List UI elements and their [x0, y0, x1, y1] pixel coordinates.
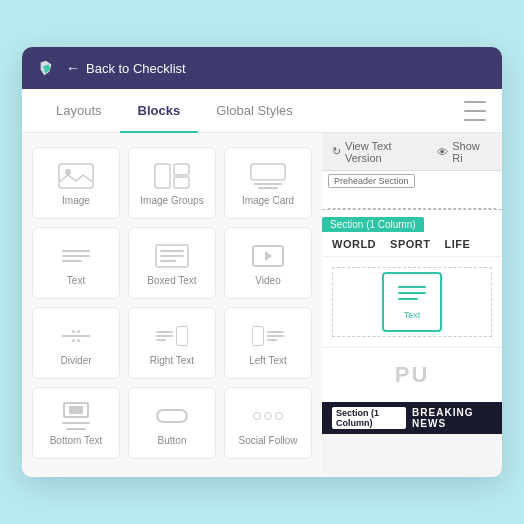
- block-text[interactable]: Text: [32, 227, 120, 299]
- preview-content: Preheader Section Section (1 Column) WOR…: [322, 171, 502, 477]
- block-boxed-text[interactable]: Boxed Text: [128, 227, 216, 299]
- email-nav-strip: WORLD SPORT LIFE: [322, 232, 502, 257]
- pub-text: PU: [395, 362, 430, 387]
- svg-rect-11: [160, 260, 176, 262]
- selected-text-block[interactable]: Text: [382, 272, 442, 332]
- block-social-follow-label: Social Follow: [239, 435, 298, 447]
- block-image-card-label: Image Card: [242, 195, 294, 207]
- block-boxed-text-label: Boxed Text: [147, 275, 196, 287]
- svg-rect-6: [254, 183, 282, 185]
- main-content: Image Image Groups: [22, 133, 502, 477]
- back-to-checklist-button[interactable]: ← Back to Checklist: [66, 60, 186, 76]
- svg-rect-10: [160, 255, 184, 257]
- svg-rect-9: [160, 250, 184, 252]
- app-window: ← Back to Checklist Layouts Blocks Globa…: [22, 47, 502, 477]
- block-button-label: Button: [158, 435, 187, 447]
- back-arrow-icon: ←: [66, 60, 80, 76]
- header: ← Back to Checklist: [22, 47, 502, 89]
- bottom-text-icon: [57, 402, 95, 430]
- breaking-news-label: BREAKING NEWS: [412, 407, 492, 429]
- block-video-label: Video: [255, 275, 280, 287]
- nav-life: LIFE: [444, 238, 470, 250]
- show-label: Show Ri: [452, 140, 492, 164]
- tab-global-styles[interactable]: Global Styles: [198, 89, 311, 133]
- block-left-text[interactable]: Left Text: [224, 307, 312, 379]
- tabs-bar: Layouts Blocks Global Styles: [22, 89, 502, 133]
- nav-world: WORLD: [332, 238, 376, 250]
- publication-section: PU: [322, 347, 502, 402]
- image-icon: [57, 162, 95, 190]
- image-groups-icon: [153, 162, 191, 190]
- block-divider[interactable]: Divider: [32, 307, 120, 379]
- menu-icon[interactable]: [464, 101, 486, 121]
- preheader-section: Preheader Section: [322, 171, 502, 210]
- breaking-news-bar: Section (1 Column) BREAKING NEWS: [322, 402, 502, 434]
- block-image[interactable]: Image: [32, 147, 120, 219]
- block-image-groups[interactable]: Image Groups: [128, 147, 216, 219]
- block-right-text-label: Right Text: [150, 355, 194, 367]
- email-content-area: Text: [322, 257, 502, 347]
- block-bottom-text[interactable]: Bottom Text: [32, 387, 120, 459]
- video-icon: [249, 242, 287, 270]
- section1-header: Section (1 Column): [322, 210, 502, 232]
- svg-rect-12: [398, 286, 426, 288]
- svg-rect-14: [398, 298, 418, 300]
- view-text-label: View Text Version: [345, 140, 429, 164]
- boxed-text-icon: [153, 242, 191, 270]
- tab-blocks[interactable]: Blocks: [120, 89, 199, 133]
- block-divider-label: Divider: [60, 355, 91, 367]
- breaking-section-label: Section (1 Column): [332, 407, 406, 429]
- selected-block-label: Text: [404, 310, 421, 320]
- social-follow-icon: [249, 402, 287, 430]
- block-social-follow[interactable]: Social Follow: [224, 387, 312, 459]
- section1-label: Section (1 Column): [322, 217, 424, 232]
- block-left-text-label: Left Text: [249, 355, 287, 367]
- app-logo: [36, 58, 56, 78]
- nav-sport: SPORT: [390, 238, 430, 250]
- svg-rect-7: [258, 187, 278, 189]
- svg-rect-3: [174, 164, 189, 175]
- block-video[interactable]: Video: [224, 227, 312, 299]
- show-button[interactable]: 👁 Show Ri: [437, 140, 492, 164]
- blocks-panel: Image Image Groups: [22, 133, 322, 477]
- preview-topbar: ↻ View Text Version 👁 Show Ri: [322, 133, 502, 171]
- image-card-icon: [249, 162, 287, 190]
- text-lines-icon: [57, 242, 95, 270]
- tab-layouts[interactable]: Layouts: [38, 89, 120, 133]
- block-text-label: Text: [67, 275, 85, 287]
- block-image-label: Image: [62, 195, 90, 207]
- svg-rect-0: [59, 164, 93, 188]
- blocks-grid: Image Image Groups: [32, 147, 312, 459]
- svg-rect-13: [398, 292, 426, 294]
- right-text-icon: [153, 322, 191, 350]
- back-label: Back to Checklist: [86, 61, 186, 76]
- block-right-text[interactable]: Right Text: [128, 307, 216, 379]
- svg-rect-2: [155, 164, 170, 188]
- block-image-card[interactable]: Image Card: [224, 147, 312, 219]
- eye-icon: 👁: [437, 146, 448, 158]
- preheader-label: Preheader Section: [328, 174, 415, 188]
- button-icon: [153, 402, 191, 430]
- preview-panel: ↻ View Text Version 👁 Show Ri Preheader …: [322, 133, 502, 477]
- block-button[interactable]: Button: [128, 387, 216, 459]
- block-bottom-text-label: Bottom Text: [50, 435, 103, 447]
- refresh-icon: ↻: [332, 145, 341, 158]
- view-text-version-button[interactable]: ↻ View Text Version: [332, 140, 429, 164]
- svg-rect-4: [174, 177, 189, 188]
- svg-rect-5: [251, 164, 285, 180]
- divider-icon: [57, 322, 95, 350]
- block-image-groups-label: Image Groups: [140, 195, 203, 207]
- left-text-icon: [249, 322, 287, 350]
